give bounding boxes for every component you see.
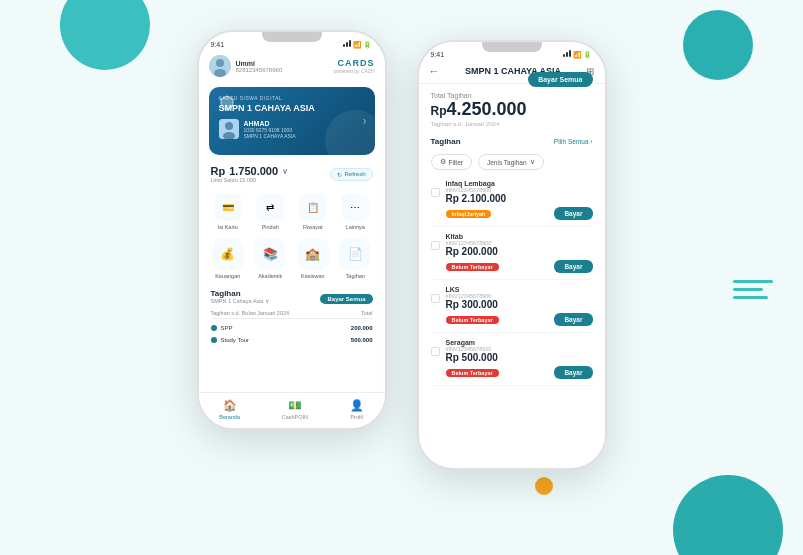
- bill-checkbox[interactable]: [431, 241, 440, 250]
- chevron-down-icon: ∨: [530, 158, 535, 166]
- action-isi-kartu[interactable]: 💳 Isi Kartu: [214, 193, 242, 230]
- menu-keuangan[interactable]: 💰 Keuangan: [212, 238, 244, 279]
- bill-checkbox[interactable]: [431, 188, 440, 197]
- tagihan-label: Tagihan: [346, 273, 365, 279]
- akademik-icon: 📚: [254, 238, 286, 270]
- bill-item-lks: LKS #INV12345678900 Rp 300.000 Belum Ter…: [431, 280, 593, 333]
- tagihan-item-amount: 500.000: [351, 337, 373, 343]
- student-avatar: [219, 119, 239, 139]
- bill-details: Infaq Lembaga #INV12345678900 Rp 2.100.0…: [446, 180, 507, 204]
- svg-point-4: [225, 122, 233, 130]
- tagihan-row-spp: SPP 200.000: [211, 322, 373, 334]
- total-section: Total Tagihan Rp4.250.000 Tagihan s.d. J…: [419, 84, 605, 133]
- tagihan-item-name: SPP: [221, 325, 347, 331]
- lainnya-label: Lainnya: [346, 224, 365, 230]
- tagihan-columns: Tagihan s.d. Bulan Januari 2024 Total: [211, 310, 373, 319]
- bill-item-seragam: Seragam #INV12345678920 Rp 500.000 Belum…: [431, 333, 593, 386]
- menu-kesiswan[interactable]: 🏫 Kesiswan: [297, 238, 329, 279]
- bayar-semua-button[interactable]: Bayar Semua: [320, 294, 372, 304]
- tagihan-info: Tagihan SMPN 1 Cahaya Asia ∨: [211, 289, 269, 308]
- powered-by: powered by CAZH: [334, 68, 375, 74]
- bottom-nav: 🏠 Beranda 💵 CashPOIN 👤 Profil: [199, 392, 385, 428]
- bill-item-header: Kitab #INV12345678900 Rp 200.000: [431, 233, 593, 257]
- bayar-button[interactable]: Bayar: [554, 207, 592, 220]
- menu-tagihan[interactable]: 📄 Tagihan: [339, 238, 371, 279]
- total-amount: Rp4.250.000: [431, 99, 527, 120]
- akademik-label: Akademik: [258, 273, 282, 279]
- chevron-down-icon: ∨: [282, 167, 288, 176]
- bill-details: Seragam #INV12345678920 Rp 500.000: [446, 339, 498, 363]
- phones-container: 9:41 📶 🔋: [197, 30, 607, 470]
- right-phone: 9:41 📶 🔋 ← SMPN 1 CAHAYA ASIA ⊞ Total Ta…: [417, 40, 607, 470]
- bill-amount: Rp 200.000: [446, 246, 498, 257]
- student-unit: SMPN 1 CAHAYA ASIA: [244, 133, 296, 139]
- school-card[interactable]: KARTU SISWA DIGITAL SMPN 1 CAHAYA ASIA A…: [209, 87, 375, 155]
- tagihan-total-label: Total: [361, 310, 373, 316]
- riwayat-icon: 📋: [299, 193, 327, 221]
- nav-beranda-label: Beranda: [219, 414, 240, 420]
- cashpoin-icon: 💵: [288, 399, 302, 412]
- jenis-tagihan-button[interactable]: Jenis Tagihan ∨: [478, 154, 544, 170]
- status-badge: Infaq/Jariyah: [446, 210, 492, 218]
- total-period: Tagihan s.d. Januari 2024: [431, 121, 527, 127]
- tagihan-item-name: Study Tour: [221, 337, 347, 343]
- signal-battery-left: 📶 🔋: [343, 40, 373, 49]
- tagihan-item-amount: 200.000: [351, 325, 373, 331]
- filter-button[interactable]: ⚙ Filter: [431, 154, 472, 170]
- nav-cashpoin[interactable]: 💵 CashPOIN: [282, 399, 308, 420]
- action-pindah[interactable]: ⇄ Pindah: [256, 193, 284, 230]
- phone-notch-left: [262, 32, 322, 42]
- bill-checkbox[interactable]: [431, 294, 440, 303]
- isi-kartu-icon: 💳: [214, 193, 242, 221]
- action-lainnya[interactable]: ⋯ Lainnya: [341, 193, 369, 230]
- bg-decoration-circle-bottom-right: [673, 475, 783, 555]
- menu-grid: 💰 Keuangan 📚 Akademik 🏫 Kesiswan 📄 Tagih…: [199, 234, 385, 285]
- cards-logo: CARDS powered by CAZH: [334, 58, 375, 74]
- bayar-semua-right-button[interactable]: Bayar Semua: [528, 72, 592, 87]
- tagihan-title: Tagihan: [211, 289, 269, 298]
- nav-profil[interactable]: 👤 Profil: [350, 399, 364, 420]
- riwayat-label: Riwayat: [303, 224, 323, 230]
- pindah-icon: ⇄: [256, 193, 284, 221]
- bayar-button[interactable]: Bayar: [554, 313, 592, 326]
- bill-details: LKS #INV12345678900 Rp 300.000: [446, 286, 498, 310]
- pilih-semua-button[interactable]: Pilih Semua ›: [554, 138, 593, 145]
- cards-brand: CARDS: [337, 58, 374, 68]
- user-details: Ummi 82812345678960: [236, 60, 283, 73]
- back-button[interactable]: ←: [429, 65, 440, 77]
- lainnya-icon: ⋯: [341, 193, 369, 221]
- status-badge: Belum Terbayar: [446, 369, 499, 377]
- phone-notch-right: [482, 42, 542, 52]
- tagihan-icon: 📄: [339, 238, 371, 270]
- student-info: AHMAD 1030 8275 9108 1000 SMPN 1 CAHAYA …: [244, 120, 296, 139]
- bill-item-header: Seragam #INV12345678920 Rp 500.000: [431, 339, 593, 363]
- balance-limit: Limit Saldo 15.000: [211, 177, 289, 183]
- bg-decoration-circle-top-left: [60, 0, 150, 70]
- nav-beranda[interactable]: 🏠 Beranda: [219, 399, 240, 420]
- dot-indicator: [211, 325, 217, 331]
- refresh-button[interactable]: ↻ Refresh: [330, 168, 372, 181]
- bill-checkbox[interactable]: [431, 347, 440, 356]
- refresh-icon: ↻: [337, 171, 342, 178]
- kesiswan-label: Kesiswan: [301, 273, 325, 279]
- bayar-button[interactable]: Bayar: [554, 260, 592, 273]
- signal-battery-right: 📶 🔋: [563, 50, 593, 59]
- nav-cashpoin-label: CashPOIN: [282, 414, 308, 420]
- menu-akademik[interactable]: 📚 Akademik: [254, 238, 286, 279]
- bayar-button[interactable]: Bayar: [554, 366, 592, 379]
- keuangan-label: Keuangan: [215, 273, 240, 279]
- bill-item-infaq: Infaq Lembaga #INV12345678900 Rp 2.100.0…: [431, 174, 593, 227]
- balance-info: Rp 1.750.000 ∨ Limit Saldo 15.000: [211, 165, 289, 183]
- bill-footer: Belum Terbayar Bayar: [431, 260, 593, 273]
- bill-footer: Belum Terbayar Bayar: [431, 313, 593, 326]
- bill-amount: Rp 500.000: [446, 352, 498, 363]
- bill-footer: Infaq/Jariyah Bayar: [431, 207, 593, 220]
- pindah-label: Pindah: [262, 224, 279, 230]
- bill-name: Infaq Lembaga: [446, 180, 507, 187]
- action-riwayat[interactable]: 📋 Riwayat: [299, 193, 327, 230]
- home-icon: 🏠: [223, 399, 237, 412]
- keuangan-icon: 💰: [212, 238, 244, 270]
- bill-name: Seragam: [446, 339, 498, 346]
- bill-item-header: LKS #INV12345678900 Rp 300.000: [431, 286, 593, 310]
- profil-icon: 👤: [350, 399, 364, 412]
